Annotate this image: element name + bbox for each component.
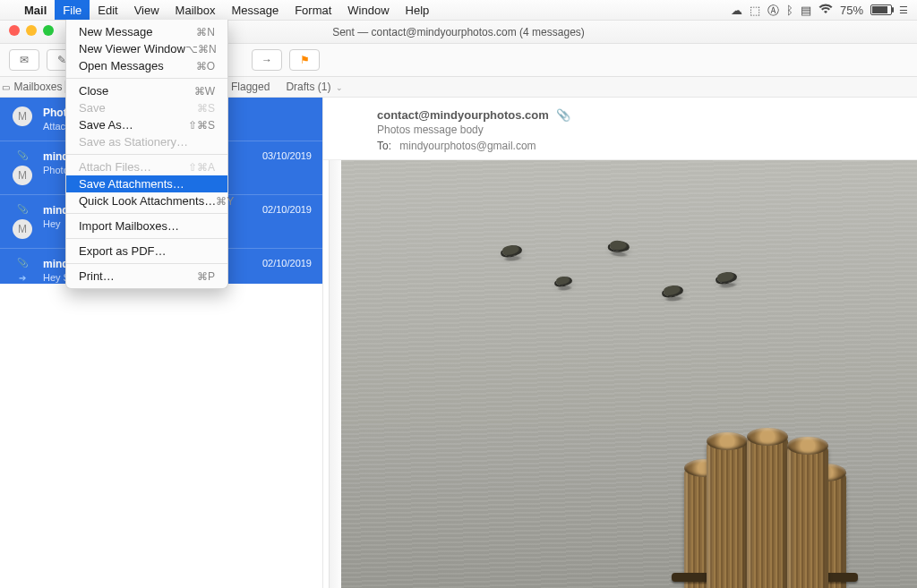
avatar: M <box>13 166 32 185</box>
menu-item-save-as-stationery: Save as Stationery… <box>66 133 227 150</box>
menu-item-label: Save As… <box>79 118 133 132</box>
reader-subject: Photos message body <box>377 124 897 136</box>
menubar-item-mailbox[interactable]: Mailbox <box>167 0 224 20</box>
forward-button[interactable]: → <box>252 49 282 71</box>
reader-to-label: To: <box>377 140 391 152</box>
apple-menu-icon[interactable] <box>0 0 16 20</box>
image-duck <box>609 240 630 252</box>
menu-item-save: Save⌘S <box>66 99 227 116</box>
message-date: 03/10/2019 <box>249 150 312 185</box>
menu-item-shortcut: ⌘P <box>197 270 215 283</box>
menu-item-shortcut: ⌘Y <box>216 195 234 208</box>
avatar: M <box>13 219 32 239</box>
message-date <box>249 107 312 132</box>
menubar-status-area: ☁ ⬚ Ⓐ ᛒ ▤ 75% ☰ <box>731 0 917 20</box>
mailboxes-button[interactable]: ▭ Mailboxes <box>0 81 65 93</box>
menubar-item-message[interactable]: Message <box>223 0 287 20</box>
cloud-icon[interactable]: ☁ <box>731 4 742 16</box>
attachment-icon: 📎 <box>17 258 28 268</box>
menu-item-label: Import Mailboxes… <box>79 219 179 233</box>
avatar: M <box>13 107 32 126</box>
window-zoom-button[interactable] <box>43 25 54 36</box>
bluetooth-icon[interactable]: ᛒ <box>786 4 793 16</box>
image-duck <box>717 271 738 284</box>
message-row-indicators: 📎M <box>11 150 34 185</box>
battery-percent-label: 75% <box>840 4 863 17</box>
menubar-item-edit[interactable]: Edit <box>90 0 125 20</box>
menu-item-label: Save Attachments… <box>79 177 184 191</box>
menu-item-attach-files: Attach Files…⇧⌘A <box>66 158 227 175</box>
menu-separator <box>66 78 227 79</box>
message-date: 02/10/2019 <box>249 204 312 239</box>
chevron-down-icon: ⌄ <box>336 83 343 92</box>
menu-item-label: Open Messages <box>79 59 164 72</box>
message-reader: contact@mindyourphotos.com 📎 Photos mess… <box>322 98 917 588</box>
menu-item-shortcut: ⌘N <box>196 26 215 38</box>
menu-item-shortcut: ⇧⌘A <box>188 161 215 174</box>
menu-separator <box>66 213 227 214</box>
file-menu-dropdown: New Message⌘NNew Viewer Window⌥⌘NOpen Me… <box>65 20 228 289</box>
attachment-icon: 📎 <box>556 108 570 122</box>
menu-item-label: Export as PDF… <box>79 244 167 258</box>
menu-item-shortcut: ⌘S <box>197 102 215 115</box>
menubar-item-file[interactable]: File <box>55 0 90 20</box>
reader-image-body <box>341 160 917 588</box>
reply-indicator-icon: ➔ <box>19 273 26 283</box>
menu-item-close[interactable]: Close⌘W <box>66 82 227 99</box>
menu-item-new-viewer-window[interactable]: New Viewer Window⌥⌘N <box>66 40 227 57</box>
wifi-icon[interactable] <box>818 4 833 16</box>
window-traffic-lights <box>9 25 54 36</box>
menu-item-shortcut: ⌘W <box>194 85 215 98</box>
menubar-item-format[interactable]: Format <box>287 0 339 20</box>
mailboxes-icon: ▭ <box>2 82 10 92</box>
window-close-button[interactable] <box>9 25 20 36</box>
spotlight-icon[interactable]: ☰ <box>899 5 908 15</box>
menu-item-save-attachments[interactable]: Save Attachments… <box>66 175 227 192</box>
filter-drafts[interactable]: Drafts (1) ⌄ <box>286 81 342 93</box>
menu-item-import-mailboxes[interactable]: Import Mailboxes… <box>66 217 227 234</box>
reader-from: contact@mindyourphotos.com <box>377 108 549 122</box>
menu-item-save-as[interactable]: Save As…⇧⌘S <box>66 116 227 133</box>
attachment-icon: 📎 <box>17 150 28 160</box>
macos-menubar: Mail File Edit View Mailbox Message Form… <box>0 0 917 21</box>
window-minimize-button[interactable] <box>26 25 37 36</box>
menu-item-shortcut: ⌘O <box>196 60 215 72</box>
filter-drafts-label: Drafts (1) <box>286 81 330 93</box>
creative-cloud-icon[interactable]: Ⓐ <box>767 4 779 16</box>
menu-item-label: Quick Look Attachments… <box>79 194 216 208</box>
attachment-icon: 📎 <box>17 204 28 214</box>
battery-icon[interactable] <box>870 4 892 15</box>
reader-header: contact@mindyourphotos.com 📎 Photos mess… <box>323 98 917 160</box>
menubar-left: Mail File Edit View Mailbox Message Form… <box>0 0 437 20</box>
window-title: Sent — contact@mindyourphotos.com (4 mes… <box>332 26 585 38</box>
message-list-empty-area <box>0 284 322 588</box>
menu-item-quick-look-attachments[interactable]: Quick Look Attachments…⌘Y <box>66 192 227 209</box>
menu-separator <box>66 263 227 264</box>
filter-flagged[interactable]: Flagged <box>231 81 270 93</box>
reader-to: mindyourphotos@gmail.com <box>399 140 536 152</box>
menu-separator <box>66 154 227 155</box>
menubar-item-window[interactable]: Window <box>339 0 397 20</box>
menu-item-label: Print… <box>79 269 115 283</box>
menubar-item-help[interactable]: Help <box>398 0 438 20</box>
menu-item-export-as-pdf[interactable]: Export as PDF… <box>66 243 227 260</box>
mailboxes-label: Mailboxes <box>13 81 62 93</box>
flag-button[interactable]: ⚑ <box>289 49 320 71</box>
menu-item-shortcut: ⇧⌘S <box>188 119 215 132</box>
image-duck <box>502 244 523 257</box>
image-pilings <box>675 419 854 588</box>
dropbox-icon[interactable]: ⬚ <box>750 4 760 16</box>
image-duck <box>556 276 573 286</box>
menu-separator <box>66 238 227 239</box>
displays-icon[interactable]: ▤ <box>801 4 811 16</box>
menu-item-new-message[interactable]: New Message⌘N <box>66 23 227 40</box>
message-row-indicators: 📎M <box>11 204 34 239</box>
menu-item-label: Attach Files… <box>79 160 151 174</box>
menu-item-label: Close <box>79 84 108 98</box>
inbox-button[interactable]: ✉ <box>9 49 39 71</box>
menubar-item-mail[interactable]: Mail <box>16 0 55 20</box>
menubar-item-view[interactable]: View <box>126 0 167 20</box>
menu-item-print[interactable]: Print…⌘P <box>66 268 227 285</box>
menu-item-label: New Viewer Window <box>79 42 185 55</box>
menu-item-open-messages[interactable]: Open Messages⌘O <box>66 57 227 74</box>
